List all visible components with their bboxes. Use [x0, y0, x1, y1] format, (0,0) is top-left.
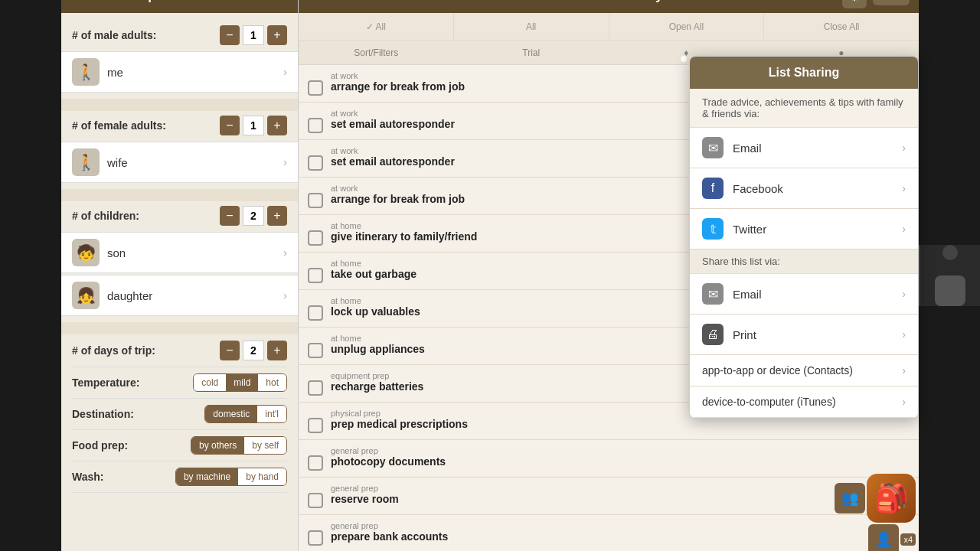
task-checkbox-10[interactable]: [308, 455, 323, 471]
children-increment[interactable]: +: [267, 206, 287, 226]
task-checkbox-7[interactable]: [308, 343, 323, 358]
all-button[interactable]: All: [454, 13, 609, 40]
male-icon: 🚶: [72, 58, 100, 86]
dest-domestic[interactable]: domestic: [205, 406, 257, 422]
temp-mild[interactable]: mild: [226, 374, 258, 391]
daughter-name: daughter: [107, 289, 283, 302]
task-checkbox-0[interactable]: [308, 80, 323, 96]
task-text-10: general prep photocopy documents: [331, 446, 446, 468]
list-email-button[interactable]: ✉ Email ›: [690, 274, 918, 315]
task-checkbox-5[interactable]: [308, 268, 323, 283]
close-all-button[interactable]: Close All: [764, 13, 919, 40]
female-person-wife[interactable]: 🚶 wife ›: [61, 142, 298, 183]
share-list-section-header: Share this list via:: [690, 249, 918, 274]
male-adults-section: # of male adults: − 1 + 🚶 me ›: [61, 21, 298, 93]
female-adults-decrement[interactable]: −: [220, 116, 240, 135]
task-category-8: equipment prep: [331, 371, 423, 380]
task-category-5: at home: [331, 259, 416, 268]
temp-hot[interactable]: hot: [258, 374, 286, 391]
male-person-name: me: [107, 66, 283, 79]
print-icon: 🖨: [702, 324, 724, 345]
open-all-button[interactable]: Open All: [609, 13, 765, 40]
female-icon: 🚶: [72, 148, 100, 176]
list-print-button[interactable]: 🖨 Print ›: [690, 315, 918, 355]
list-print-chevron-icon: ›: [902, 328, 906, 341]
task-title-11: reserve room: [331, 493, 399, 505]
task-category-2: at work: [331, 146, 455, 155]
food-by-self[interactable]: by self: [244, 437, 286, 454]
task-category-4: at home: [331, 221, 477, 230]
task-item-10[interactable]: general prep photocopy documents: [299, 440, 919, 478]
sharing-header: List Sharing: [690, 57, 918, 89]
task-checkbox-12[interactable]: [308, 530, 323, 546]
days-row: # of days of trip: − 2 +: [72, 334, 287, 367]
share-email-button[interactable]: ✉ Email ›: [690, 128, 918, 168]
device-to-computer-button[interactable]: device-to-computer (iTunes) ›: [690, 386, 918, 418]
task-item-11[interactable]: general prep reserve room: [299, 478, 919, 515]
task-checkbox-2[interactable]: [308, 155, 323, 171]
task-checkbox-3[interactable]: [308, 193, 323, 208]
wash-hand[interactable]: by hand: [238, 468, 286, 485]
female-adults-increment[interactable]: +: [267, 116, 287, 135]
back-button[interactable]: ‹: [70, 0, 75, 5]
task-checkbox-11[interactable]: [308, 493, 323, 508]
task-checkbox-6[interactable]: [308, 305, 323, 321]
x4-badge: x4: [900, 533, 916, 546]
male-adults-decrement[interactable]: −: [220, 25, 240, 45]
male-person-me[interactable]: 🚶 me ›: [61, 51, 298, 93]
male-adults-count: 1: [243, 25, 264, 45]
food-prep-label: Food prep:: [72, 439, 128, 452]
male-adults-increment[interactable]: +: [267, 25, 287, 45]
trip-settings: # of days of trip: − 2 + Temperature: co…: [61, 334, 298, 493]
child-son[interactable]: 🧒 son ›: [61, 232, 298, 273]
task-checkbox-8[interactable]: [308, 380, 323, 396]
task-title-9: prep medical prescriptions: [331, 418, 468, 430]
share-facebook-label: Facebook: [733, 182, 902, 195]
app-icon[interactable]: 🎒: [867, 474, 916, 523]
app-to-app-button[interactable]: app-to-app or device (Contacts) ›: [690, 355, 918, 386]
side-square: [935, 276, 965, 306]
days-increment[interactable]: +: [267, 341, 287, 360]
male-adults-row: # of male adults: − 1 +: [61, 21, 298, 50]
edit-button[interactable]: Edit: [873, 0, 910, 5]
task-category-7: at home: [331, 334, 425, 343]
trial-button[interactable]: Trial: [454, 47, 609, 58]
task-item-12[interactable]: general prep prepare bank accounts: [299, 515, 919, 551]
task-text-8: equipment prep recharge batteries: [331, 371, 423, 393]
female-bottom-icon[interactable]: 👤: [868, 524, 899, 551]
device-to-computer-label: device-to-computer (iTunes): [702, 396, 902, 408]
share-facebook-button[interactable]: f Facebook ›: [690, 168, 918, 209]
task-checkbox-1[interactable]: [308, 118, 323, 133]
task-title-8: recharge batteries: [331, 380, 423, 393]
group-icon-1[interactable]: 👥: [835, 483, 865, 514]
temperature-row: Temperature: cold mild hot: [72, 367, 287, 399]
wash-row: Wash: by machine by hand: [72, 461, 287, 493]
task-title-12: prepare bank accounts: [331, 530, 448, 543]
task-checkbox-9[interactable]: [308, 418, 323, 433]
create-button[interactable]: Create: [256, 0, 289, 2]
temp-cold[interactable]: cold: [194, 374, 226, 391]
task-title-6: lock up valuables: [331, 305, 420, 318]
dest-intl[interactable]: int'l: [257, 406, 286, 422]
children-row: # of children: − 2 +: [61, 201, 298, 230]
separator-2: [61, 189, 298, 201]
task-checkbox-4[interactable]: [308, 230, 323, 246]
child-daughter[interactable]: 👧 daughter ›: [61, 275, 298, 316]
sort-filters-button[interactable]: Sort/Filters: [299, 47, 454, 58]
gear-button[interactable]: ⚙: [842, 0, 867, 8]
task-category-9: physical prep: [331, 409, 468, 418]
female-adults-label: # of female adults:: [72, 119, 166, 132]
children-decrement[interactable]: −: [220, 206, 240, 226]
food-prep-row: Food prep: by others by self: [72, 430, 287, 461]
female-adults-count: 1: [243, 116, 264, 135]
wash-machine[interactable]: by machine: [176, 468, 238, 485]
male-chevron-icon: ›: [283, 66, 287, 78]
check-all-button[interactable]: ✓ All: [299, 13, 454, 40]
twitter-chevron-icon: ›: [902, 223, 906, 235]
right-side-bar: [919, 245, 980, 306]
days-decrement[interactable]: −: [220, 341, 240, 360]
food-prep-control: by others by self: [191, 436, 287, 455]
share-twitter-button[interactable]: 𝕥 Twitter ›: [690, 209, 918, 249]
task-category-6: at home: [331, 296, 420, 305]
food-by-others[interactable]: by others: [191, 437, 244, 454]
